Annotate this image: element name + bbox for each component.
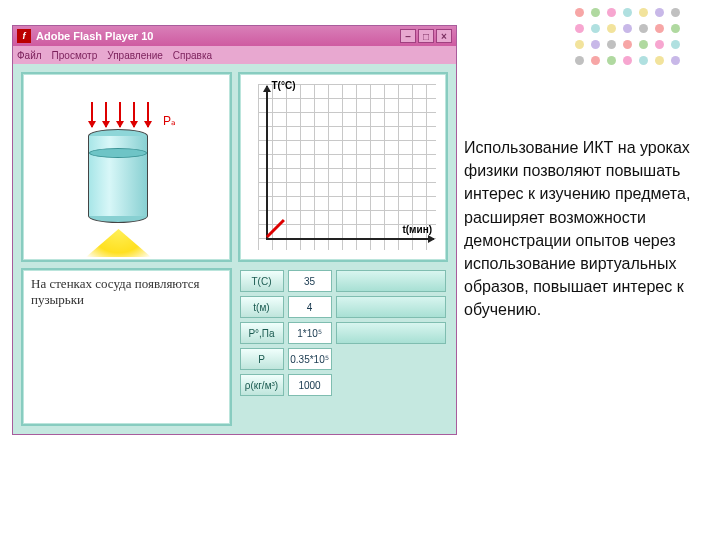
pressure-arrow-icon (133, 102, 135, 127)
caption-text: На стенках сосуда появляются пузырьки (31, 276, 200, 307)
pressure-arrow-icon (91, 102, 93, 127)
dot-icon (623, 40, 632, 49)
maximize-button[interactable]: □ (418, 29, 434, 43)
dot-icon (591, 8, 600, 17)
param-label-button[interactable]: P°,Па (240, 322, 284, 344)
menubar: Файл Просмотр Управление Справка (13, 46, 456, 64)
x-axis-label: t(мин) (402, 224, 432, 235)
dot-icon (671, 40, 680, 49)
titlebar[interactable]: f Adobe Flash Player 10 – □ × (13, 26, 456, 46)
controls-panel: T(C)35t(м)4P°,Па1*10⁵P0.35*10⁵ρ(кг/м³)10… (238, 268, 449, 426)
dot-icon (575, 40, 584, 49)
flash-icon: f (17, 29, 31, 43)
y-axis (266, 86, 268, 240)
param-value[interactable]: 4 (288, 296, 332, 318)
flash-player-window: f Adobe Flash Player 10 – □ × Файл Просм… (12, 25, 457, 435)
menu-control[interactable]: Управление (107, 50, 163, 61)
param-label-button[interactable]: T(C) (240, 270, 284, 292)
dot-icon (591, 24, 600, 33)
pressure-label: Pₐ (163, 114, 176, 128)
param-value[interactable]: 1000 (288, 374, 332, 396)
dot-icon (671, 56, 680, 65)
slide-body-text: Использование ИКТ на уроках физики позво… (464, 136, 714, 322)
menu-help[interactable]: Справка (173, 50, 212, 61)
param-label-button[interactable]: t(м) (240, 296, 284, 318)
vessel-icon (88, 129, 148, 224)
dot-icon (639, 24, 648, 33)
dot-icon (575, 24, 584, 33)
param-slider[interactable] (336, 296, 447, 318)
decorative-dots (575, 8, 683, 68)
dot-icon (671, 24, 680, 33)
control-row: ρ(кг/м³)1000 (240, 374, 447, 396)
graph-panel: T(°C) t(мин) (238, 72, 449, 262)
dot-icon (607, 8, 616, 17)
control-row: t(м)4 (240, 296, 447, 318)
minimize-button[interactable]: – (400, 29, 416, 43)
menu-view[interactable]: Просмотр (52, 50, 98, 61)
dot-icon (639, 8, 648, 17)
dot-icon (591, 40, 600, 49)
close-button[interactable]: × (436, 29, 452, 43)
dot-icon (639, 56, 648, 65)
param-label-button[interactable]: ρ(кг/м³) (240, 374, 284, 396)
dot-icon (591, 56, 600, 65)
dot-icon (607, 24, 616, 33)
dot-icon (575, 56, 584, 65)
dot-icon (655, 56, 664, 65)
param-slider[interactable] (336, 322, 447, 344)
x-axis (266, 238, 435, 240)
dot-icon (623, 8, 632, 17)
dot-icon (575, 8, 584, 17)
param-slider[interactable] (336, 270, 447, 292)
experiment-panel: Pₐ (21, 72, 232, 262)
flame-icon (86, 229, 151, 257)
pressure-arrow-icon (105, 102, 107, 127)
pressure-arrow-icon (147, 102, 149, 127)
dot-icon (655, 8, 664, 17)
pressure-arrow-icon (119, 102, 121, 127)
caption-panel: На стенках сосуда появляются пузырьки (21, 268, 232, 426)
param-label-button[interactable]: P (240, 348, 284, 370)
control-row: P°,Па1*10⁵ (240, 322, 447, 344)
dot-icon (607, 40, 616, 49)
dot-icon (607, 56, 616, 65)
dot-icon (655, 40, 664, 49)
y-axis-label: T(°C) (272, 80, 296, 91)
dot-icon (671, 8, 680, 17)
dot-icon (623, 56, 632, 65)
param-value[interactable]: 35 (288, 270, 332, 292)
param-value[interactable]: 1*10⁵ (288, 322, 332, 344)
dot-icon (655, 24, 664, 33)
menu-file[interactable]: Файл (17, 50, 42, 61)
window-title: Adobe Flash Player 10 (36, 30, 153, 42)
param-value[interactable]: 0.35*10⁵ (288, 348, 332, 370)
content-area: Pₐ T(°C) t(мин) На стенках сосуда появля… (13, 64, 456, 434)
dot-icon (639, 40, 648, 49)
control-row: P0.35*10⁵ (240, 348, 447, 370)
control-row: T(C)35 (240, 270, 447, 292)
dot-icon (623, 24, 632, 33)
